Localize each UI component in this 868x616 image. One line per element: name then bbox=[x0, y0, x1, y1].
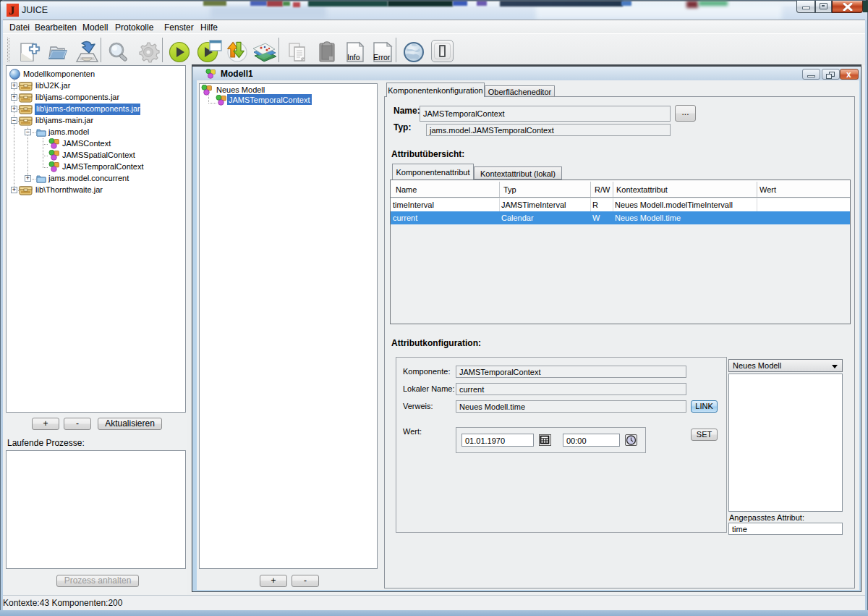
svg-text:Error: Error bbox=[373, 53, 391, 62]
svg-text:Info: Info bbox=[347, 53, 360, 62]
